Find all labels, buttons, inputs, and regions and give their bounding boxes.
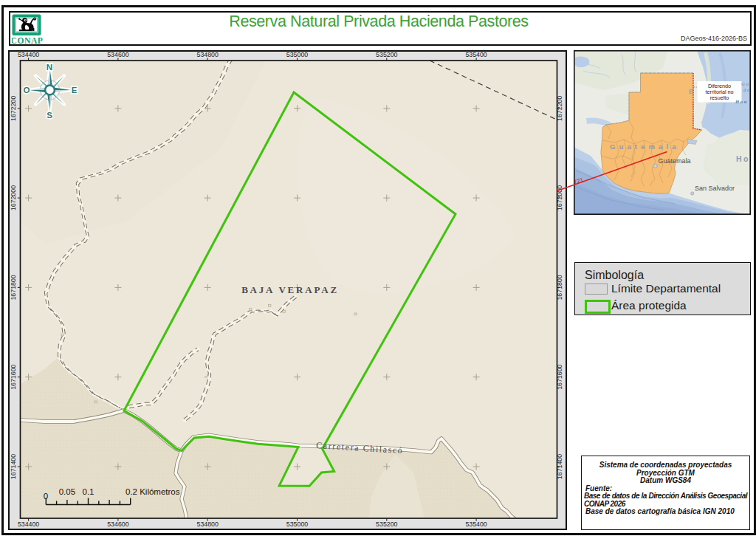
svg-text:535200: 535200 [376, 51, 397, 58]
svg-text:1671400: 1671400 [10, 454, 17, 479]
svg-text:BAJA VERAPAZ: BAJA VERAPAZ [241, 284, 339, 295]
svg-text:534400: 534400 [18, 520, 39, 528]
svg-text:1672000: 1672000 [10, 185, 17, 210]
svg-text:534600: 534600 [107, 51, 128, 58]
svg-text:1672200: 1672200 [556, 96, 563, 121]
svg-text:534600: 534600 [107, 520, 128, 528]
svg-text:O: O [24, 86, 30, 95]
svg-text:San Salvador: San Salvador [695, 185, 735, 192]
svg-text:1671800: 1671800 [556, 275, 563, 300]
svg-text:resuelto: resuelto [710, 95, 729, 101]
svg-text:Ho: Ho [736, 154, 750, 163]
svg-text:534800: 534800 [197, 520, 219, 528]
svg-text:0: 0 [44, 492, 48, 501]
svg-text:Guatemala: Guatemala [659, 157, 691, 165]
svg-text:1672000: 1672000 [556, 185, 563, 210]
svg-text:534400: 534400 [18, 51, 39, 58]
svg-text:H o n: H o n [735, 99, 747, 104]
svg-text:1671600: 1671600 [556, 364, 563, 389]
svg-text:535000: 535000 [286, 520, 308, 528]
svg-text:S: S [47, 111, 52, 120]
svg-text:0.05: 0.05 [59, 487, 75, 496]
svg-text:G o: G o [741, 81, 749, 86]
svg-text:535000: 535000 [286, 51, 308, 58]
svg-text:G u a t e m a l a: G u a t e m a l a [610, 142, 677, 151]
svg-text:CONAP: CONAP [12, 36, 43, 45]
svg-text:535400: 535400 [465, 520, 487, 528]
svg-text:B: B [689, 88, 693, 95]
svg-text:0.1: 0.1 [83, 487, 94, 496]
svg-text:1671400: 1671400 [556, 454, 563, 479]
svg-text:535400: 535400 [465, 51, 487, 58]
svg-text:d e: d e [743, 87, 749, 92]
svg-text:E: E [72, 86, 78, 95]
svg-text:535200: 535200 [376, 520, 397, 528]
svg-text:0.2 Kilómetros: 0.2 Kilómetros [126, 487, 180, 496]
svg-text:N: N [47, 63, 52, 72]
svg-text:1671600: 1671600 [10, 364, 17, 389]
svg-text:1671800: 1671800 [10, 275, 17, 300]
svg-text:1672200: 1672200 [10, 96, 17, 121]
svg-text:534800: 534800 [197, 51, 219, 58]
